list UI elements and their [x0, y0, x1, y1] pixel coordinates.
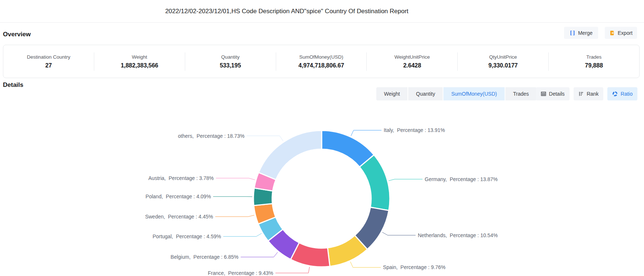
view-button-group: DetailsRankRatio [536, 87, 637, 100]
pie-label-line-sweden [215, 215, 255, 217]
pie-label-line-austria [216, 178, 255, 180]
overview-heading: Overview [3, 31, 31, 38]
stat-value: 533,195 [220, 62, 241, 69]
stat-label: WeightUnitPrice [395, 54, 430, 60]
stat-label: Weight [132, 54, 147, 60]
pie-label-italy: Italy, Percentage : 13.91% [384, 127, 445, 133]
pie-label-line-france [275, 267, 310, 273]
stat-label: Destination Country [27, 54, 70, 60]
stat-item: Quantity533,195 [185, 54, 276, 69]
pie-label-others: others, Percentage : 18.73% [178, 133, 244, 139]
details-heading: Details [3, 81, 23, 89]
stat-item: SumOfMoney(USD)4,974,718,806.67 [276, 54, 367, 69]
pie-label-germany: Germany, Percentage : 13.87% [425, 176, 498, 182]
pie-slice-germany[interactable] [360, 155, 390, 211]
pie-label-belgium: Belgium, Percentage : 6.85% [171, 254, 238, 260]
export-button-label: Export [618, 30, 632, 36]
overview-stats-card: Destination Country27Weight1,882,383,566… [3, 45, 640, 78]
pie-label-line-netherlands [382, 232, 416, 235]
stat-item: Weight1,882,383,566 [94, 54, 185, 69]
view-button-label: Ratio [621, 91, 633, 97]
stat-value: 2.6428 [403, 62, 421, 69]
pie-label-france: France, Percentage : 9.43% [208, 270, 273, 276]
stat-label: SumOfMoney(USD) [299, 54, 343, 60]
view-button-ratio[interactable]: Ratio [607, 87, 637, 100]
pie-label-portugal: Portugal, Percentage : 4.59% [153, 233, 221, 239]
stat-item: Destination Country27 [3, 54, 94, 69]
tab-quantity[interactable]: Quantity [408, 87, 443, 100]
donut-chart: Italy, Percentage : 13.91%Germany, Perce… [0, 110, 644, 276]
stat-value: 9,330.0177 [489, 62, 518, 69]
view-button-details[interactable]: Details [536, 87, 570, 100]
pie-slice-others[interactable] [259, 130, 322, 180]
merge-button-label: Merge [578, 30, 593, 36]
stat-value: 1,882,383,566 [121, 62, 158, 69]
tab-sumofmoney-usd-[interactable]: SumOfMoney(USD) [443, 87, 504, 100]
stat-value: 27 [45, 62, 52, 69]
stat-item: WeightUnitPrice2.6428 [367, 54, 457, 69]
pie-label-line-germany [389, 179, 422, 181]
metric-tab-group: WeightQuantitySumOfMoney(USD)Trades [376, 87, 537, 100]
stat-value: 79,888 [585, 62, 603, 69]
pie-label-austria: Austria, Percentage : 3.78% [149, 175, 214, 181]
pie-label-netherlands: Netherlands, Percentage : 10.54% [418, 232, 498, 238]
tab-trades[interactable]: Trades [505, 87, 537, 100]
table-icon [541, 91, 546, 97]
stat-value: 4,974,718,806.67 [299, 62, 344, 69]
export-button[interactable]: Export [605, 27, 637, 39]
merge-button[interactable]: Merge [564, 27, 598, 39]
pie-label-spain: Spain, Percentage : 9.76% [383, 264, 445, 270]
pie-label-line-belgium [241, 252, 278, 257]
merge-icon [570, 30, 575, 36]
tab-weight[interactable]: Weight [376, 87, 407, 100]
view-button-label: Details [549, 91, 565, 97]
stat-label: QtyUnitPrice [489, 54, 517, 60]
pie-label-sweden: Sweden, Percentage : 4.45% [145, 214, 213, 220]
pie-label-line-italy [351, 130, 381, 136]
pie-label-line-spain [350, 262, 381, 267]
pie-label-line-portugal [223, 233, 262, 237]
stat-label: Trades [586, 54, 602, 60]
rank-icon [578, 91, 584, 97]
pie-icon [612, 91, 618, 97]
export-icon [609, 30, 615, 36]
stat-label: Quantity [221, 54, 239, 60]
report-title: 2022/12/02-2023/12/01,HS Code Descriptio… [0, 0, 644, 23]
stat-item: Trades79,888 [549, 54, 639, 69]
view-button-rank[interactable]: Rank [574, 87, 604, 100]
pie-label-line-others [247, 136, 283, 141]
view-button-label: Rank [587, 91, 599, 97]
pie-label-poland: Poland, Percentage : 4.09% [146, 194, 211, 199]
stat-item: QtyUnitPrice9,330.0177 [458, 54, 548, 69]
